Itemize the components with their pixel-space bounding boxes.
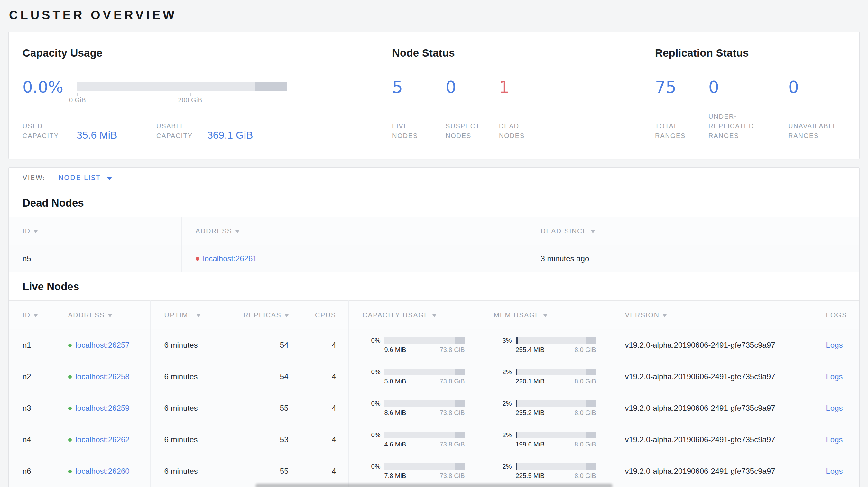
mem-percent-label: 3% xyxy=(494,337,512,344)
axis-tick xyxy=(133,93,134,96)
column-header-version[interactable]: VERSION xyxy=(611,301,812,329)
column-header-id[interactable]: ID xyxy=(9,301,54,329)
version-cell: v19.2.0-alpha.20190606-2491-gfe735c9a97 xyxy=(611,361,812,392)
column-header-id[interactable]: ID xyxy=(9,217,181,245)
capacity-bar-reserved-segment xyxy=(455,432,465,438)
mem-percent-label: 2% xyxy=(494,368,512,376)
node-logs-link[interactable]: Logs xyxy=(826,372,843,381)
column-header-address[interactable]: ADDRESS xyxy=(181,217,527,245)
stat-value: 0 xyxy=(708,79,788,96)
mem-mini-bar xyxy=(516,463,596,469)
replication-status-section: Replication Status 75 TOTAL RANGES 0 UND… xyxy=(655,46,845,140)
mem-total-value: 8.0 GiB xyxy=(575,378,596,385)
cpus-cell: 4 xyxy=(301,329,348,361)
node-status-section: Node Status 5 LIVE NODES 0 SUSPECT NODES… xyxy=(392,46,655,140)
sort-icon xyxy=(544,314,547,317)
capacity-usage-cell: 0% 8.6 MiB 73.8 GiB xyxy=(348,392,480,424)
node-id-cell: n1 xyxy=(9,329,54,361)
capacity-mini-bar xyxy=(384,337,465,344)
replication-status-stats: 75 TOTAL RANGES 0 UNDER-REPLICATED RANGE… xyxy=(655,79,845,140)
node-logs-link[interactable]: Logs xyxy=(826,435,843,444)
capacity-mini-bar xyxy=(384,400,465,407)
view-selector-bar: VIEW: NODE LIST xyxy=(9,168,859,189)
capacity-percent-label: 0% xyxy=(363,431,381,439)
node-address-link[interactable]: localhost:26260 xyxy=(75,467,130,476)
logs-cell: Logs xyxy=(812,329,859,361)
stat-value: 0 xyxy=(445,79,499,96)
node-logs-link[interactable]: Logs xyxy=(826,340,843,349)
capacity-usage-cell: 0% 5.0 MiB 73.8 GiB xyxy=(348,361,480,392)
capacity-used-value: 7.8 MiB xyxy=(384,472,406,480)
used-capacity-value: 35.6 MiB xyxy=(76,130,156,140)
used-capacity-label: USED CAPACITY xyxy=(23,121,76,140)
sort-icon xyxy=(34,314,38,317)
sort-icon xyxy=(196,314,200,317)
column-header-logs: LOGS xyxy=(812,301,859,329)
sort-icon xyxy=(591,230,595,233)
column-header-label: ADDRESS xyxy=(196,227,232,234)
capacity-bar-reserved-segment xyxy=(455,400,465,407)
stat-label: UNDER-REPLICATED RANGES xyxy=(708,111,747,140)
version-cell: v19.2.0-alpha.20190606-2491-gfe735c9a97 xyxy=(611,424,812,455)
column-header-label: VERSION xyxy=(625,311,659,319)
cpus-cell: 4 xyxy=(301,392,348,424)
dead-nodes-title: Dead Nodes xyxy=(9,189,859,217)
column-header-uptime[interactable]: UPTIME xyxy=(150,301,222,329)
sort-icon xyxy=(432,314,436,317)
node-logs-link[interactable]: Logs xyxy=(826,467,843,476)
node-logs-link[interactable]: Logs xyxy=(826,404,843,412)
dead-nodes-section: Dead Nodes ID ADDRESS DEAD SINCE n5 loca… xyxy=(9,189,859,272)
mem-percent-label: 2% xyxy=(494,431,512,439)
axis-tick xyxy=(190,93,191,96)
logs-cell: Logs xyxy=(812,361,859,392)
mem-total-value: 8.0 GiB xyxy=(575,346,596,354)
stat-dead-nodes: 1 DEAD NODES xyxy=(499,79,552,140)
replicas-cell: 54 xyxy=(222,361,301,392)
dead-nodes-table: ID ADDRESS DEAD SINCE n5 localhost:26261… xyxy=(9,217,859,272)
logs-cell: Logs xyxy=(812,392,859,424)
replicas-cell: 55 xyxy=(222,455,301,487)
mem-total-value: 8.0 GiB xyxy=(575,472,596,480)
capacity-usage-title: Capacity Usage xyxy=(23,46,392,60)
uptime-cell: 6 minutes xyxy=(150,455,222,487)
axis-label-zero: 0 GiB xyxy=(69,97,86,104)
node-status-stats: 5 LIVE NODES 0 SUSPECT NODES 1 DEAD NODE… xyxy=(392,79,655,140)
column-header-label: ADDRESS xyxy=(68,311,105,319)
node-id-cell: n3 xyxy=(9,392,54,424)
version-cell: v19.2.0-alpha.20190606-2491-gfe735c9a97 xyxy=(611,455,812,487)
node-address-link[interactable]: localhost:26258 xyxy=(75,372,130,381)
column-header-address[interactable]: ADDRESS xyxy=(54,301,150,329)
node-address-link[interactable]: localhost:26261 xyxy=(203,254,257,263)
mem-mini-bar xyxy=(516,400,596,407)
column-header-dead-since[interactable]: DEAD SINCE xyxy=(527,217,859,245)
capacity-total-value: 73.8 GiB xyxy=(440,346,465,354)
capacity-usage-chart: 0.0% 0 GiB 200 GiB xyxy=(23,79,392,105)
version-cell: v19.2.0-alpha.20190606-2491-gfe735c9a97 xyxy=(611,329,812,361)
node-address-cell: localhost:26262 xyxy=(54,424,150,455)
node-live-status-icon xyxy=(68,469,72,473)
mem-usage-cell: 2% 199.6 MiB 8.0 GiB xyxy=(480,424,611,455)
view-dropdown-value: NODE LIST xyxy=(58,174,101,182)
sort-icon xyxy=(663,314,666,317)
axis-tick xyxy=(247,93,247,96)
node-address-link[interactable]: localhost:26262 xyxy=(75,435,130,444)
horizontal-scrollbar[interactable] xyxy=(255,484,613,487)
node-address-cell: localhost:26260 xyxy=(54,455,150,487)
cpus-cell: 4 xyxy=(301,424,348,455)
node-address-cell: localhost:26261 xyxy=(181,245,527,272)
mem-mini-bar xyxy=(516,369,596,375)
capacity-mini-bar xyxy=(384,369,465,375)
node-address-link[interactable]: localhost:26257 xyxy=(75,340,130,349)
node-list-card: VIEW: NODE LIST Dead Nodes ID ADDRESS DE… xyxy=(8,167,860,487)
sort-icon xyxy=(108,314,112,317)
uptime-cell: 6 minutes xyxy=(150,329,222,361)
column-header-replicas[interactable]: REPLICAS xyxy=(222,301,301,329)
node-address-link[interactable]: localhost:26259 xyxy=(75,404,130,412)
mem-usage-cell: 2% 225.5 MiB 8.0 GiB xyxy=(480,455,611,487)
stat-unavailable-ranges: 0 UNAVAILABLE RANGES xyxy=(788,79,842,140)
live-node-row: n4 localhost:26262 6 minutes 53 4 0% 4.6… xyxy=(9,424,859,455)
view-dropdown[interactable]: NODE LIST xyxy=(58,174,112,182)
axis-label-200: 200 GiB xyxy=(178,97,202,104)
column-header-mem-usage[interactable]: MEM USAGE xyxy=(480,301,611,329)
column-header-capacity-usage[interactable]: CAPACITY USAGE xyxy=(348,301,480,329)
